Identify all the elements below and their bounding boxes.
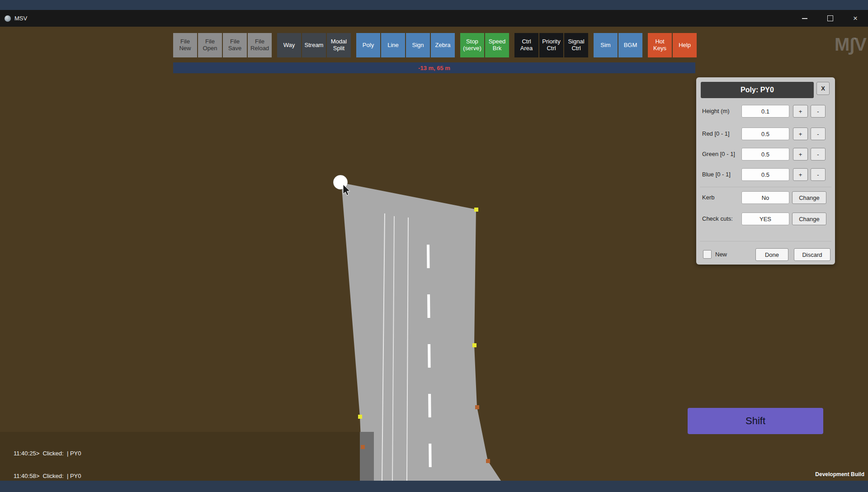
- kerb-label: Kerb: [702, 191, 714, 204]
- red-input[interactable]: [741, 128, 789, 140]
- blue-label: Blue [0 - 1]: [702, 168, 731, 181]
- sim-button[interactable]: Sim: [594, 33, 618, 57]
- kerb-row: Kerb No Change: [696, 191, 835, 204]
- height-plus-button[interactable]: +: [793, 105, 808, 118]
- kerb-value: No: [741, 191, 789, 204]
- vertex-handle-yellow[interactable]: [474, 208, 478, 212]
- blue-row: Blue [0 - 1] + -: [696, 168, 835, 181]
- discard-button[interactable]: Discard: [794, 248, 830, 261]
- zebra-button[interactable]: Zebra: [431, 33, 455, 57]
- height-input[interactable]: [741, 105, 789, 118]
- blue-plus-button[interactable]: +: [793, 168, 808, 181]
- development-build-label: Development Build: [815, 471, 864, 478]
- bgm-button[interactable]: BGM: [618, 33, 642, 57]
- file-open-button[interactable]: File Open: [198, 33, 222, 57]
- toolbar-group-network: Way Stream Modal Split: [277, 33, 351, 57]
- help-button[interactable]: Help: [673, 33, 697, 57]
- vertex-handle-yellow[interactable]: [358, 415, 362, 419]
- toolbar-group-draw: Poly Line Sign Zebra: [356, 33, 455, 57]
- blue-minus-button[interactable]: -: [811, 168, 826, 181]
- bottom-strip: [0, 481, 868, 492]
- check-cuts-change-button[interactable]: Change: [792, 213, 826, 225]
- road-edge-dark-strip: [360, 432, 374, 481]
- green-row: Green [0 - 1] + -: [696, 147, 835, 161]
- file-save-button[interactable]: File Save: [223, 33, 247, 57]
- height-label: Height (m): [702, 104, 730, 118]
- speed-brk-button[interactable]: Speed Brk: [485, 33, 509, 57]
- line-button[interactable]: Line: [381, 33, 405, 57]
- ctrl-area-button[interactable]: Ctrl Area: [514, 33, 538, 57]
- priority-ctrl-button[interactable]: Priority Ctrl: [539, 33, 563, 57]
- toolbar-group-sim: Sim BGM: [594, 33, 642, 57]
- toolbar-group-file: File New File Open File Save File Reload: [173, 33, 272, 57]
- blue-input[interactable]: [741, 168, 789, 181]
- poly-properties-panel: Poly: PY0 X Height (m) + - Red [0 - 1] +…: [696, 77, 835, 265]
- check-cuts-label: Check cuts:: [702, 212, 733, 226]
- height-minus-button[interactable]: -: [811, 105, 826, 118]
- vertex-handle-yellow[interactable]: [472, 343, 476, 347]
- sign-button[interactable]: Sign: [406, 33, 430, 57]
- stop-serve-button[interactable]: Stop (serve): [460, 33, 484, 57]
- toolbar: File New File Open File Save File Reload…: [173, 33, 697, 57]
- panel-footer-row: New Done Discard: [696, 248, 835, 261]
- height-row: Height (m) + -: [696, 104, 835, 118]
- green-plus-button[interactable]: +: [793, 148, 808, 161]
- hot-keys-button[interactable]: Hot Keys: [648, 33, 672, 57]
- file-reload-button[interactable]: File Reload: [248, 33, 272, 57]
- click-log: 11:40:25> Clicked: | PY0 11:40:58> Click…: [14, 435, 118, 492]
- msv-logo: M∫V: [835, 34, 862, 55]
- check-cuts-row: Check cuts: YES Change: [696, 212, 835, 226]
- check-cuts-value: YES: [741, 213, 789, 225]
- panel-divider: [700, 187, 831, 187]
- vertex-handle-orange[interactable]: [361, 445, 365, 449]
- shift-button[interactable]: Shift: [688, 408, 823, 434]
- toolbar-group-traffic: Stop (serve) Speed Brk: [460, 33, 509, 57]
- log-line: 11:40:25> Clicked: | PY0: [14, 450, 118, 458]
- toolbar-group-control: Ctrl Area Priority Ctrl Signal Ctrl: [514, 33, 588, 57]
- signal-ctrl-button[interactable]: Signal Ctrl: [564, 33, 588, 57]
- modal-split-button[interactable]: Modal Split: [327, 33, 351, 57]
- green-input[interactable]: [741, 148, 789, 161]
- coordinate-readout: -13 m, 65 m: [418, 65, 450, 71]
- file-new-button[interactable]: File New: [173, 33, 197, 57]
- red-plus-button[interactable]: +: [793, 128, 808, 140]
- panel-title: Poly: PY0: [701, 82, 814, 98]
- way-button[interactable]: Way: [277, 33, 301, 57]
- coordinate-bar: -13 m, 65 m: [173, 62, 695, 73]
- done-button[interactable]: Done: [755, 248, 788, 261]
- new-checkbox-label: New: [715, 248, 727, 260]
- kerb-change-button[interactable]: Change: [792, 191, 826, 204]
- green-minus-button[interactable]: -: [811, 148, 826, 161]
- toolbar-group-help: Hot Keys Help: [648, 33, 697, 57]
- stream-button[interactable]: Stream: [302, 33, 326, 57]
- vertex-handle-orange[interactable]: [475, 405, 479, 409]
- vertex-handle-orange[interactable]: [486, 459, 490, 463]
- new-checkbox[interactable]: [703, 250, 712, 259]
- green-label: Green [0 - 1]: [702, 147, 735, 161]
- red-label: Red [0 - 1]: [702, 127, 730, 141]
- red-minus-button[interactable]: -: [811, 128, 826, 140]
- log-line: 11:40:58> Clicked: | PY0: [14, 473, 118, 480]
- red-row: Red [0 - 1] + -: [696, 127, 835, 141]
- poly-button[interactable]: Poly: [356, 33, 380, 57]
- panel-divider: [700, 241, 831, 241]
- app-window: MSV × File New File Open File Save F: [0, 0, 868, 492]
- panel-close-button[interactable]: X: [816, 82, 830, 95]
